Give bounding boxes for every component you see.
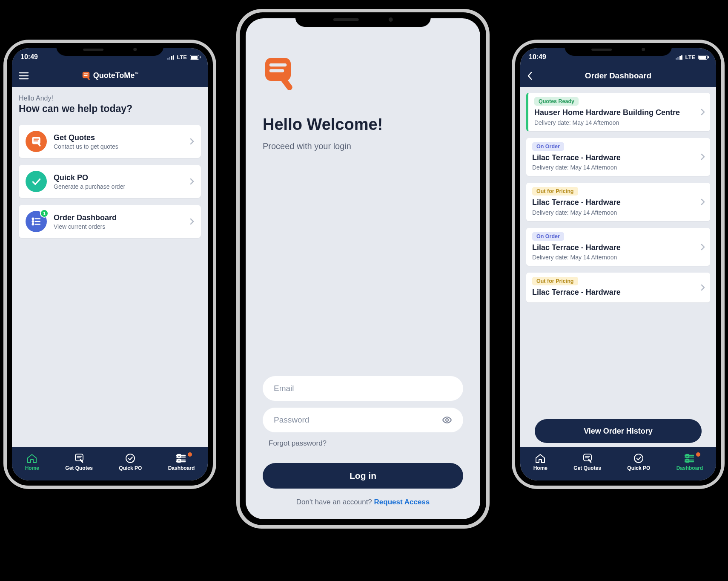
- dashboard-icon: [685, 453, 695, 463]
- phone-notch: [56, 43, 163, 56]
- toggle-password-visibility[interactable]: [442, 415, 452, 425]
- chevron-right-icon: [190, 138, 194, 145]
- check-circle-icon: [633, 453, 644, 463]
- quote-icon: [582, 453, 593, 463]
- order-card[interactable]: Out for PricingLilac Terrace - HardwareD…: [526, 183, 710, 221]
- phone-right-frame: 10:49 LTE Order Dashboard Quotes ReadyHa…: [512, 40, 725, 489]
- action-subtitle: View current orders: [54, 223, 183, 230]
- action-title: Quick PO: [54, 173, 183, 182]
- button-label: Log in: [350, 471, 376, 481]
- chevron-right-icon: [190, 218, 194, 225]
- order-status-pill: On Order: [532, 232, 564, 241]
- quote-icon: [74, 453, 84, 463]
- email-field[interactable]: Email: [263, 376, 463, 401]
- chevron-left-icon: [527, 72, 532, 80]
- chevron-right-icon: [701, 244, 705, 250]
- order-card[interactable]: On OrderLilac Terrace - HardwareDelivery…: [526, 138, 710, 176]
- action-title: Get Quotes: [54, 133, 183, 142]
- login-button[interactable]: Log in: [263, 463, 463, 489]
- request-access-link[interactable]: Request Access: [374, 498, 430, 506]
- svg-rect-6: [32, 137, 40, 144]
- dashboard-body: Quotes ReadyHauser Home Hardware Buildin…: [520, 87, 716, 447]
- signal-icon: [676, 55, 683, 60]
- check-circle-icon: [125, 453, 135, 463]
- battery-icon: [698, 55, 708, 60]
- quote-icon: [26, 131, 47, 152]
- view-order-history-button[interactable]: View Order History: [535, 419, 702, 443]
- notification-dot: [188, 452, 192, 457]
- nav-quick-po[interactable]: Quick PO: [119, 453, 142, 471]
- app-header: QuoteToMe™: [12, 64, 208, 87]
- status-time: 10:49: [20, 53, 38, 61]
- page-title: Order Dashboard: [585, 71, 651, 81]
- brand: QuoteToMe™: [81, 71, 139, 81]
- nav-home[interactable]: Home: [533, 453, 547, 471]
- chevron-right-icon: [701, 284, 705, 291]
- nav-label: Get Quotes: [65, 465, 93, 471]
- status-network: LTE: [685, 54, 695, 60]
- status-right: LTE: [676, 54, 708, 60]
- phone-center-frame: Hello Welcome! Proceed with your login E…: [236, 9, 490, 529]
- action-order-dashboard[interactable]: 1 Order Dashboard View current orders: [19, 205, 201, 238]
- order-card[interactable]: Quotes ReadyHauser Home Hardware Buildin…: [526, 93, 710, 131]
- welcome-subtitle: Proceed with your login: [263, 141, 463, 151]
- no-account-text: Don't have an account?: [296, 498, 374, 506]
- order-delivery: Delivery date: May 14 Afternoon: [532, 209, 704, 216]
- chevron-right-icon: [701, 109, 705, 115]
- order-title: Lilac Terrace - Hardware: [532, 153, 704, 163]
- chevron-right-icon: [190, 178, 194, 185]
- phone-notch: [295, 12, 430, 27]
- nav-get-quotes[interactable]: Get Quotes: [573, 453, 601, 471]
- nav-label: Dashboard: [168, 465, 195, 471]
- order-delivery: Delivery date: May 14 Afternoon: [532, 164, 704, 171]
- list-icon: 1: [26, 211, 47, 232]
- home-body: Hello Andy! How can we help today? Get Q…: [12, 87, 208, 447]
- welcome-title: Hello Welcome!: [263, 115, 463, 134]
- order-status-pill: Out for Pricing: [532, 187, 578, 196]
- greeting-small: Hello Andy!: [19, 95, 201, 102]
- order-status-pill: On Order: [532, 142, 564, 151]
- action-subtitle: Generate a purchase order: [54, 183, 183, 190]
- brand-name: QuoteToMe: [93, 71, 135, 80]
- order-title: Lilac Terrace - Hardware: [532, 198, 704, 207]
- button-label: View Order History: [584, 427, 653, 436]
- action-quick-po[interactable]: Quick PO Generate a purchase order: [19, 165, 201, 198]
- greeting-headline: How can we help today?: [19, 103, 201, 115]
- login-body: Hello Welcome! Proceed with your login E…: [246, 18, 480, 519]
- nav-label: Home: [25, 465, 39, 471]
- action-subtitle: Contact us to get quotes: [54, 143, 183, 150]
- eye-icon: [442, 415, 452, 425]
- action-get-quotes[interactable]: Get Quotes Contact us to get quotes: [19, 125, 201, 158]
- nav-dashboard[interactable]: Dashboard: [168, 453, 195, 471]
- nav-get-quotes[interactable]: Get Quotes: [65, 453, 93, 471]
- nav-dashboard[interactable]: Dashboard: [676, 453, 703, 471]
- status-network: LTE: [177, 54, 187, 60]
- app-logo-icon: [263, 57, 463, 90]
- svg-rect-3: [82, 72, 89, 78]
- order-status-pill: Out for Pricing: [532, 277, 578, 285]
- forgot-password-link[interactable]: Forgot password?: [263, 439, 463, 448]
- password-placeholder: Password: [274, 415, 309, 425]
- nav-home[interactable]: Home: [25, 453, 39, 471]
- back-button[interactable]: [527, 72, 532, 80]
- bottom-nav: Home Get Quotes Quick PO Dashboard: [520, 447, 716, 480]
- action-title: Order Dashboard: [54, 213, 183, 222]
- nav-label: Quick PO: [119, 465, 142, 471]
- nav-label: Quick PO: [627, 465, 650, 471]
- svg-point-11: [32, 221, 34, 222]
- brand-logo-icon: [81, 71, 91, 81]
- battery-icon: [190, 55, 199, 60]
- order-card[interactable]: Out for PricingLilac Terrace - Hardware: [526, 273, 710, 302]
- check-icon: [26, 171, 47, 192]
- nav-quick-po[interactable]: Quick PO: [627, 453, 650, 471]
- nav-label: Get Quotes: [573, 465, 601, 471]
- password-field[interactable]: Password: [263, 408, 463, 432]
- app-header: Order Dashboard: [520, 64, 716, 87]
- status-right: LTE: [167, 54, 199, 60]
- phone-left-frame: 10:49 LTE QuoteToMe™ Hello Andy!: [3, 40, 216, 489]
- order-card[interactable]: On OrderLilac Terrace - HardwareDelivery…: [526, 228, 710, 266]
- menu-button[interactable]: [19, 72, 29, 80]
- svg-point-13: [32, 224, 34, 225]
- email-placeholder: Email: [274, 384, 294, 393]
- svg-point-28: [634, 454, 643, 463]
